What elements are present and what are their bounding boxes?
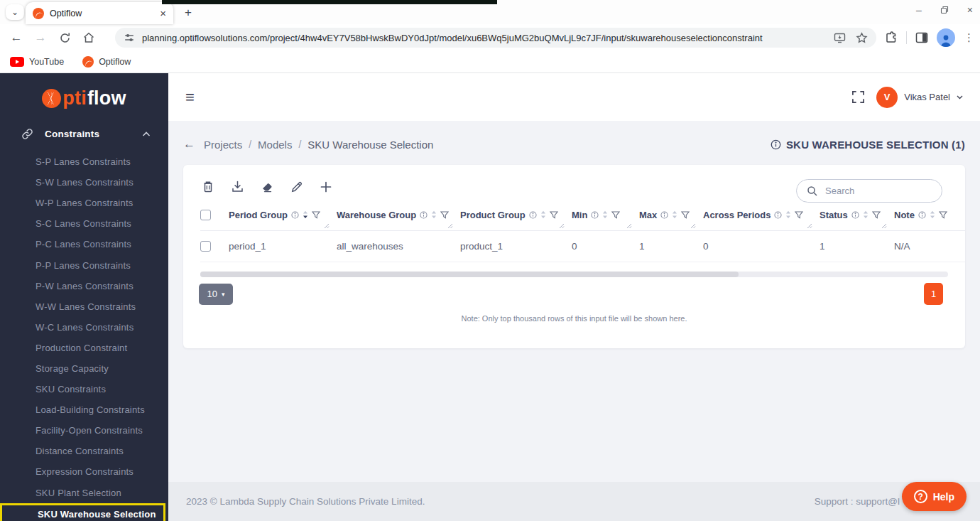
sort-icon <box>602 210 608 219</box>
sort-icon <box>930 210 935 219</box>
maximize-icon[interactable] <box>940 6 949 14</box>
data-card: Period Group <box>183 165 965 348</box>
url-field[interactable]: planning.optiflowsolutions.com/project/4… <box>115 28 876 48</box>
caret-down-icon: ▾ <box>222 291 225 298</box>
table-row[interactable]: period_1 all_warehouses product_1 0 1 0 … <box>200 231 965 262</box>
sidebar-item[interactable]: Expression Constraints <box>0 461 168 482</box>
delete-icon[interactable] <box>202 180 214 193</box>
bookmark-optiflow[interactable]: Optiflow <box>82 56 131 68</box>
page-number-button[interactable]: 1 <box>924 283 943 305</box>
sidebar-item[interactable]: S-P Lanes Constraints <box>0 151 168 172</box>
cell-period-group: period_1 <box>229 231 337 262</box>
column-resize-handle[interactable] <box>626 223 632 229</box>
tab-close-icon[interactable]: × <box>160 7 166 19</box>
column-info-icon <box>918 211 926 219</box>
link-icon <box>21 128 33 140</box>
new-tab-button[interactable]: + <box>180 5 196 21</box>
column-header-status[interactable]: Status <box>820 202 894 231</box>
column-header-note[interactable]: Note <box>894 202 965 231</box>
sidebar-item[interactable]: S-W Lanes Constraints <box>0 172 168 193</box>
app-logo[interactable]: pti flow <box>0 73 168 109</box>
url-text[interactable]: planning.optiflowsolutions.com/project/4… <box>142 33 834 43</box>
bookmark-youtube[interactable]: YouTube <box>10 57 64 67</box>
browser-tab[interactable]: Optiflow × <box>26 2 173 24</box>
horizontal-scrollbar[interactable] <box>200 272 948 277</box>
sidebar: pti flow Constraints S-P Lane <box>0 73 168 521</box>
filter-icon <box>939 211 947 219</box>
column-resize-handle[interactable] <box>324 223 330 229</box>
sidebar-item[interactable]: W-W Lanes Constraints <box>0 296 168 317</box>
edit-icon[interactable] <box>290 181 303 193</box>
column-header-max[interactable]: Max <box>639 202 703 231</box>
sidebar-item[interactable]: P-P Lanes Constraints <box>0 254 168 275</box>
hamburger-menu-icon[interactable]: ≡ <box>185 88 195 107</box>
column-resize-handle[interactable] <box>807 223 812 229</box>
search-input[interactable] <box>825 186 950 196</box>
row-checkbox[interactable] <box>200 241 211 252</box>
sidebar-item[interactable]: P-C Lanes Constraints <box>0 234 168 254</box>
minimize-icon[interactable]: – <box>916 4 922 16</box>
sidebar-item[interactable]: W-C Lanes Constraints <box>0 317 168 338</box>
add-icon[interactable] <box>320 181 332 193</box>
column-header-product-group[interactable]: Product Group <box>460 202 572 231</box>
home-icon[interactable] <box>77 27 101 48</box>
user-menu[interactable]: V Vikas Patel <box>876 87 963 108</box>
tab-search-chevron-button[interactable]: ⌄ <box>6 4 24 20</box>
info-icon[interactable] <box>771 139 781 150</box>
column-resize-handle[interactable] <box>881 223 887 229</box>
sidebar-item[interactable]: Storage Capacity <box>0 358 168 379</box>
optiflow-logo-icon <box>42 89 61 108</box>
filter-icon <box>550 211 558 219</box>
close-window-icon[interactable]: × <box>967 4 973 16</box>
back-icon[interactable]: ← <box>4 27 28 48</box>
breadcrumb-projects[interactable]: Projects <box>204 139 242 151</box>
help-button[interactable]: ? Help <box>902 482 967 511</box>
page-title: SKU WAREHOUSE SELECTION (1) <box>786 139 965 151</box>
site-settings-icon[interactable] <box>124 32 135 43</box>
sidebar-item[interactable]: P-W Lanes Constraints <box>0 276 168 296</box>
select-all-checkbox[interactable] <box>200 210 211 220</box>
sidebar-item[interactable]: W-P Lanes Constraints <box>0 193 168 213</box>
sidebar-section-constraints[interactable]: Constraints <box>21 128 150 140</box>
bookmark-star-icon[interactable] <box>856 32 868 44</box>
breadcrumb-back-icon[interactable]: ← <box>183 137 195 151</box>
sidebar-item[interactable]: SKU Plant Selection <box>0 483 168 503</box>
extensions-icon[interactable] <box>885 31 898 44</box>
sort-icon <box>303 210 308 219</box>
filter-icon <box>795 211 803 219</box>
window-top-strip <box>162 0 497 4</box>
table-header-row: Period Group <box>200 202 965 231</box>
column-header-across-periods[interactable]: Across Periods <box>703 202 820 231</box>
sidebar-item[interactable]: Load-Building Constraints <box>0 399 168 420</box>
page-size-dropdown[interactable]: 10 ▾ <box>199 284 233 305</box>
column-header-warehouse-group[interactable]: Warehouse Group <box>337 202 460 231</box>
sidebar-item[interactable]: Production Constraint <box>0 338 168 358</box>
browser-menu-icon[interactable]: ⋮ <box>964 31 974 44</box>
download-icon[interactable] <box>231 180 244 193</box>
column-resize-handle[interactable] <box>690 223 696 229</box>
fullscreen-icon[interactable] <box>851 90 865 104</box>
column-header-min[interactable]: Min <box>572 202 639 231</box>
browser-url-bar: ← → planning.optiflowsolutions.com/proje… <box>0 24 980 51</box>
scrollbar-thumb[interactable] <box>200 272 739 277</box>
breadcrumb-models[interactable]: Models <box>258 139 292 151</box>
sidebar-item[interactable]: Distance Constraints <box>0 441 168 461</box>
sidebar-item[interactable]: S-C Lanes Constraints <box>0 213 168 234</box>
sidebar-item-sku-warehouse-selection[interactable]: SKU Warehouse Selection <box>2 505 163 521</box>
column-resize-handle[interactable] <box>447 223 453 229</box>
send-to-device-icon[interactable] <box>834 33 846 43</box>
sidebar-item[interactable]: SKU Constraints <box>0 379 168 399</box>
search-box[interactable] <box>796 179 942 203</box>
toolbar-divider <box>906 31 907 44</box>
sidebar-item[interactable]: Facility-Open Constraints <box>0 420 168 441</box>
youtube-icon <box>10 57 24 67</box>
chevron-up-icon <box>143 131 150 136</box>
reload-icon[interactable] <box>53 27 77 48</box>
side-panel-icon[interactable] <box>915 32 928 43</box>
eraser-icon[interactable] <box>261 180 274 193</box>
column-header-period-group[interactable]: Period Group <box>229 202 337 231</box>
browser-profile-avatar[interactable] <box>937 28 955 47</box>
column-resize-handle[interactable] <box>559 223 565 229</box>
forward-icon[interactable]: → <box>28 27 53 48</box>
breadcrumb: ← Projects / Models / SKU Warehouse Sele… <box>183 134 965 155</box>
